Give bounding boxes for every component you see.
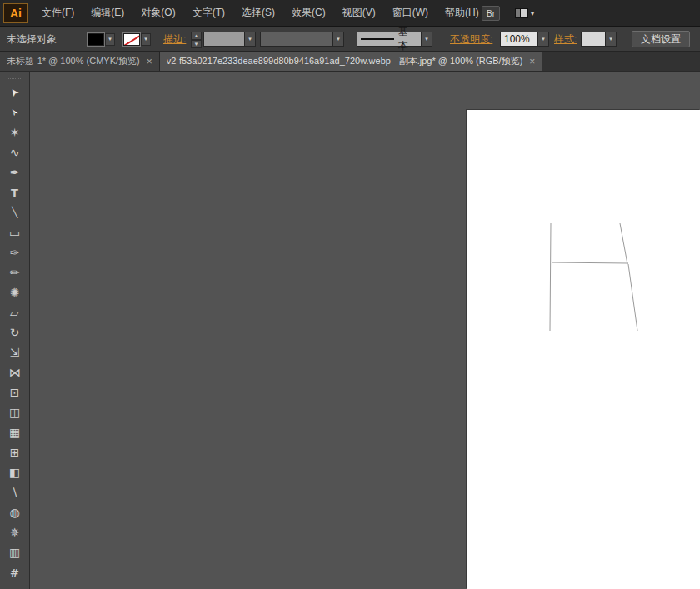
pen-tool[interactable]: ✒ <box>3 162 27 182</box>
brush-stroke-preview <box>361 38 394 40</box>
style-combo[interactable]: ▾ <box>581 27 617 52</box>
menu-help[interactable]: 帮助(H) <box>437 0 488 26</box>
menu-bar: Ai 文件(F)编辑(E)对象(O)文字(T)选择(S)效果(C)视图(V)窗口… <box>0 0 700 27</box>
style-dropdown-icon[interactable]: ▾ <box>606 32 617 47</box>
brush-definition-combo[interactable]: 基本 ▾ <box>357 27 432 52</box>
selection-tool[interactable]: ➤ <box>3 82 27 102</box>
stroke-weight-combo[interactable]: ▾ <box>203 27 256 52</box>
column-graph-tool[interactable]: ▥ <box>3 542 27 562</box>
stroke-color-control[interactable]: ▾ <box>123 27 151 52</box>
brush-dropdown-icon[interactable]: ▾ <box>422 32 432 47</box>
type-tool[interactable]: T <box>3 182 27 202</box>
illustrator-window: { "app": { "logo": "Ai" }, "menu_bar": {… <box>0 0 700 589</box>
brush-definition-value: 基本 <box>398 25 418 53</box>
symbol-sprayer-tool[interactable]: ✵ <box>3 522 27 542</box>
rectangle-icon: ▭ <box>9 227 20 238</box>
line-segment-tool[interactable]: ╲ <box>3 202 27 222</box>
menu-type[interactable]: 文字(T) <box>184 0 233 26</box>
fill-color-control[interactable]: ▾ <box>88 27 115 52</box>
artboard-icon: # <box>10 567 19 578</box>
fill-dropdown-icon[interactable]: ▾ <box>105 33 115 46</box>
opacity-dropdown-icon[interactable]: ▾ <box>538 32 549 47</box>
column-graph-icon: ▥ <box>9 547 20 558</box>
style-swatch[interactable] <box>581 32 606 47</box>
tool-list: ➤➢✶∿✒T╲▭✑✏✺▱↻⇲⋈⊡◫▦⊞◧∖◍✵▥# <box>0 79 29 582</box>
width-profile-value[interactable] <box>260 32 333 47</box>
selection-icon: ➤ <box>8 86 22 98</box>
stroke-weight-dropdown-icon[interactable]: ▾ <box>245 32 256 47</box>
menu-view[interactable]: 视图(V) <box>334 0 384 26</box>
width-icon: ⋈ <box>9 367 21 378</box>
artwork-line-3[interactable] <box>552 262 628 263</box>
stroke-panel-link[interactable]: 描边: <box>163 27 186 52</box>
style-panel-link[interactable]: 样式: <box>554 27 577 52</box>
stroke-weight-input[interactable] <box>203 32 245 47</box>
selection-status: 未选择对象 <box>7 27 57 52</box>
doc-setup-wrap: 文档设置 <box>632 27 690 52</box>
opacity-value-input[interactable]: 100% <box>500 32 538 47</box>
blend-tool[interactable]: ◍ <box>3 502 27 522</box>
type-icon: T <box>11 187 18 198</box>
opacity-panel-link[interactable]: 不透明度: <box>450 27 492 52</box>
free-transform-tool[interactable]: ⊡ <box>3 382 27 402</box>
tab-title: 未标题-1* @ 100% (CMYK/预览) <box>7 55 140 67</box>
canvas-area[interactable] <box>30 72 700 589</box>
artwork-line-2[interactable] <box>620 223 628 264</box>
symbol-sprayer-icon: ✵ <box>10 527 20 538</box>
rectangle-tool[interactable]: ▭ <box>3 222 27 242</box>
opacity-combo[interactable]: 100% ▾ <box>500 27 549 52</box>
workspace-switcher-button[interactable]: ▾ <box>515 8 534 18</box>
eraser-tool[interactable]: ▱ <box>3 302 27 322</box>
stroke-weight-stepper[interactable]: ▲ ▼ <box>191 27 202 52</box>
menu-select[interactable]: 选择(S) <box>233 0 283 26</box>
shape-builder-icon: ◫ <box>9 407 20 418</box>
menu-edit[interactable]: 编辑(E) <box>82 0 132 26</box>
document-setup-button[interactable]: 文档设置 <box>632 31 690 47</box>
lasso-tool[interactable]: ∿ <box>3 142 27 162</box>
artboard[interactable] <box>467 110 700 589</box>
shape-builder-tool[interactable]: ◫ <box>3 402 27 422</box>
menubar-right-icons: Br ▾ <box>482 0 534 27</box>
tool-panel: ➤➢✶∿✒T╲▭✑✏✺▱↻⇲⋈⊡◫▦⊞◧∖◍✵▥# <box>0 72 30 589</box>
pencil-tool[interactable]: ✏ <box>3 262 27 282</box>
perspective-grid-tool[interactable]: ▦ <box>3 422 27 442</box>
blob-brush-tool[interactable]: ✺ <box>3 282 27 302</box>
gradient-tool[interactable]: ◧ <box>3 462 27 482</box>
stroke-none-swatch[interactable] <box>123 33 140 46</box>
mesh-icon: ⊞ <box>10 447 20 458</box>
bridge-icon[interactable]: Br <box>482 6 500 21</box>
stepper-up-icon[interactable]: ▲ <box>191 32 202 40</box>
scale-tool[interactable]: ⇲ <box>3 342 27 362</box>
artwork-line-1[interactable] <box>550 223 551 331</box>
artboard-tool[interactable]: # <box>3 562 27 582</box>
document-tab-1[interactable]: 未标题-1* @ 100% (CMYK/预览)× <box>0 52 160 71</box>
fill-swatch[interactable] <box>88 33 104 46</box>
tab-close-icon[interactable]: × <box>147 56 152 67</box>
gradient-icon: ◧ <box>9 467 20 478</box>
rotate-tool[interactable]: ↻ <box>3 322 27 342</box>
tab-close-icon[interactable]: × <box>529 56 535 67</box>
artwork-svg <box>467 110 700 589</box>
menu-window[interactable]: 窗口(W) <box>384 0 437 26</box>
menu-effect[interactable]: 效果(C) <box>283 0 334 26</box>
document-tab-2[interactable]: v2-f53a0217e233deae899d80b9416a91ad_720w… <box>160 52 543 71</box>
magic-wand-tool[interactable]: ✶ <box>3 122 27 142</box>
menu-object[interactable]: 对象(O) <box>132 0 183 26</box>
toolbar-grip[interactable] <box>8 72 21 79</box>
menu-file[interactable]: 文件(F) <box>33 0 82 26</box>
free-transform-icon: ⊡ <box>10 387 20 398</box>
eyedropper-tool[interactable]: ∖ <box>3 482 27 502</box>
paintbrush-tool[interactable]: ✑ <box>3 242 27 262</box>
stroke-dropdown-icon[interactable]: ▾ <box>141 33 151 46</box>
width-profile-dropdown-icon[interactable]: ▾ <box>333 32 344 47</box>
document-tabs: 未标题-1* @ 100% (CMYK/预览)×v2-f53a0217e233d… <box>0 52 700 72</box>
direct-selection-tool[interactable]: ➢ <box>3 102 27 122</box>
width-tool[interactable]: ⋈ <box>3 362 27 382</box>
stepper-down-icon[interactable]: ▼ <box>191 40 202 48</box>
mesh-tool[interactable]: ⊞ <box>3 442 27 462</box>
paintbrush-icon: ✑ <box>10 247 20 258</box>
lasso-icon: ∿ <box>10 147 20 158</box>
line-segment-icon: ╲ <box>12 207 18 217</box>
width-profile-combo[interactable]: ▾ <box>260 27 344 52</box>
artwork-line-4[interactable] <box>628 264 638 331</box>
